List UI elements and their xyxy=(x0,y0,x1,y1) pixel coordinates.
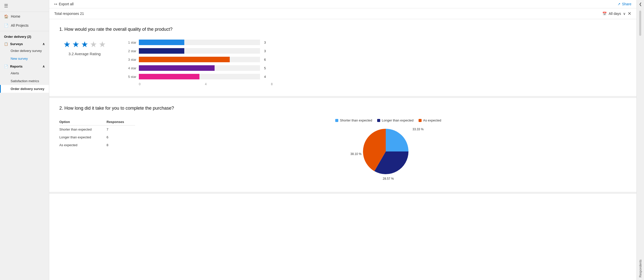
share-icon: ↗ xyxy=(617,2,621,6)
bar-label: 3 star xyxy=(125,58,136,61)
star-3: ★ xyxy=(81,40,88,49)
bar-track xyxy=(139,74,260,79)
question-1-title: 1. How would you rate the overall qualit… xyxy=(59,27,626,32)
surveys-icon: 📋 xyxy=(4,42,8,46)
sidebar: ☰ 🏠 Home 📄 All Projects Order delivery (… xyxy=(0,0,49,280)
star-2: ★ xyxy=(72,40,80,49)
question-1-card: 1. How would you rate the overall qualit… xyxy=(49,19,636,98)
total-responses-label: Total responses 21 xyxy=(54,12,84,16)
col-responses-header: Responses xyxy=(107,118,135,126)
table-row: As expected 8 xyxy=(59,141,135,149)
hamburger-icon[interactable]: ☰ xyxy=(4,3,8,8)
export-label: Export all xyxy=(59,2,73,6)
surveys-header[interactable]: 📋 Surveys ∧ xyxy=(0,41,49,47)
bar-label: 5 star xyxy=(125,75,136,79)
bar-value: 5 xyxy=(264,66,268,70)
projects-icon: 📄 xyxy=(4,23,8,27)
pie-label-as-expected: 38.10 % xyxy=(350,152,362,156)
rating-display: ★ ★ ★ ★ ★ 3.2 Average Rating xyxy=(59,40,110,56)
bar-value: 3 xyxy=(264,41,268,44)
response-3: 8 xyxy=(107,141,135,149)
filter-chevron-icon[interactable]: ∨ xyxy=(623,12,626,16)
legend-dot-as-expected xyxy=(419,119,422,122)
days-filter-label[interactable]: All days xyxy=(609,12,621,16)
home-icon: 🏠 xyxy=(4,14,8,18)
pie-chart-container: Shorter than expected Longer than expect… xyxy=(150,118,626,182)
export-icon: ↦ xyxy=(54,2,57,6)
question-2-title: 2. How long did it take for you to compl… xyxy=(59,106,626,111)
bar-row: 3 star6 xyxy=(125,57,276,62)
bar-value: 6 xyxy=(264,58,268,61)
q1-content: ★ ★ ★ ★ ★ 3.2 Average Rating 1 star32 st… xyxy=(59,40,626,86)
bar-track xyxy=(139,48,260,54)
section-title: Order delivery (2) xyxy=(4,35,31,39)
axis-label-4: 4 xyxy=(205,82,207,86)
table-row: Longer than expected 6 xyxy=(59,133,135,141)
bar-row: 4 star5 xyxy=(125,65,276,71)
bar-chart-q1: 1 star32 star33 star64 star55 star4 0 4 … xyxy=(125,40,276,86)
right-panel: ❮ Respondents xyxy=(636,0,644,280)
bar-axis-labels: 0 4 8 xyxy=(139,82,273,86)
sidebar-item-satisfaction-metrics[interactable]: Satisfaction metrics xyxy=(0,77,49,85)
reports-header[interactable]: 📄 Reports ∧ xyxy=(0,63,49,69)
legend-label-longer: Longer than expected xyxy=(382,118,414,122)
question-2-card: 2. How long did it take for you to compl… xyxy=(49,98,636,194)
bar-track xyxy=(139,40,260,45)
star-5: ★ xyxy=(99,40,106,49)
axis-label-8: 8 xyxy=(271,82,273,86)
bar-fill xyxy=(139,48,184,54)
bar-fill xyxy=(139,65,215,71)
responses-bar: Total responses 21 📅 All days ∨ ✕ xyxy=(49,8,636,19)
response-2: 6 xyxy=(107,133,135,141)
reports-label: Reports xyxy=(10,65,22,68)
pie-chart-svg-area: 33.33 % 28.57 % 38.10 % xyxy=(360,126,416,182)
legend-label-shorter: Shorter than expected xyxy=(340,118,372,122)
days-filter-area: 📅 All days ∨ ✕ xyxy=(602,11,631,16)
scrollbar-thumb[interactable] xyxy=(639,11,641,36)
table-row: Shorter than expected 7 xyxy=(59,126,135,134)
axis-label-0: 0 xyxy=(139,82,141,86)
bar-track xyxy=(139,65,260,71)
q2-content: Option Responses Shorter than expected 7… xyxy=(59,118,626,182)
legend-item-shorter: Shorter than expected xyxy=(335,118,372,122)
legend-item-as-expected: As expected xyxy=(419,118,441,122)
bar-fill xyxy=(139,74,199,79)
top-bar: ↦ Export all ↗ Share xyxy=(49,0,636,8)
option-2: Longer than expected xyxy=(59,133,107,141)
bar-label: 4 star xyxy=(125,66,136,70)
sidebar-item-alerts[interactable]: Alerts xyxy=(0,69,49,77)
option-3: As expected xyxy=(59,141,107,149)
pie-chart-svg xyxy=(360,126,411,177)
pie-label-longer: 28.57 % xyxy=(383,177,394,180)
bar-fill xyxy=(139,57,230,62)
sidebar-projects-label: All Projects xyxy=(11,23,29,27)
reports-icon: 📄 xyxy=(4,65,8,68)
collapse-icon[interactable]: ✕ xyxy=(628,11,631,16)
q2-table: Option Responses Shorter than expected 7… xyxy=(59,118,135,149)
share-button[interactable]: ↗ Share xyxy=(617,2,631,6)
legend-dot-shorter xyxy=(335,119,338,122)
sidebar-divider-1 xyxy=(0,31,49,31)
right-collapse-button[interactable]: ❮ xyxy=(638,0,643,8)
legend-label-as-expected: As expected xyxy=(423,118,441,122)
sidebar-section-order-delivery: Order delivery (2) xyxy=(0,32,49,41)
bar-row: 1 star3 xyxy=(125,40,276,45)
star-1: ★ xyxy=(63,40,71,49)
share-label: Share xyxy=(622,2,631,6)
col-option-header: Option xyxy=(59,118,107,126)
sidebar-item-all-projects[interactable]: 📄 All Projects xyxy=(0,21,49,30)
calendar-icon: 📅 xyxy=(602,12,607,16)
pie-legend: Shorter than expected Longer than expect… xyxy=(335,118,441,122)
legend-dot-longer xyxy=(377,119,380,122)
respondents-tab[interactable]: Respondents xyxy=(638,257,643,280)
surveys-label: Surveys xyxy=(10,42,23,46)
sidebar-item-new-survey[interactable]: New survey xyxy=(0,55,49,63)
bar-value: 4 xyxy=(264,75,268,79)
sidebar-item-order-delivery-report[interactable]: Order delivery survey xyxy=(0,85,49,93)
sidebar-item-home[interactable]: 🏠 Home xyxy=(0,12,49,21)
bar-label: 1 star xyxy=(125,41,136,44)
export-button[interactable]: ↦ Export all xyxy=(54,2,73,6)
pie-slice-shorter xyxy=(386,129,408,151)
legend-item-longer: Longer than expected xyxy=(377,118,414,122)
sidebar-item-order-delivery-survey[interactable]: Order delivery survey xyxy=(0,47,49,55)
